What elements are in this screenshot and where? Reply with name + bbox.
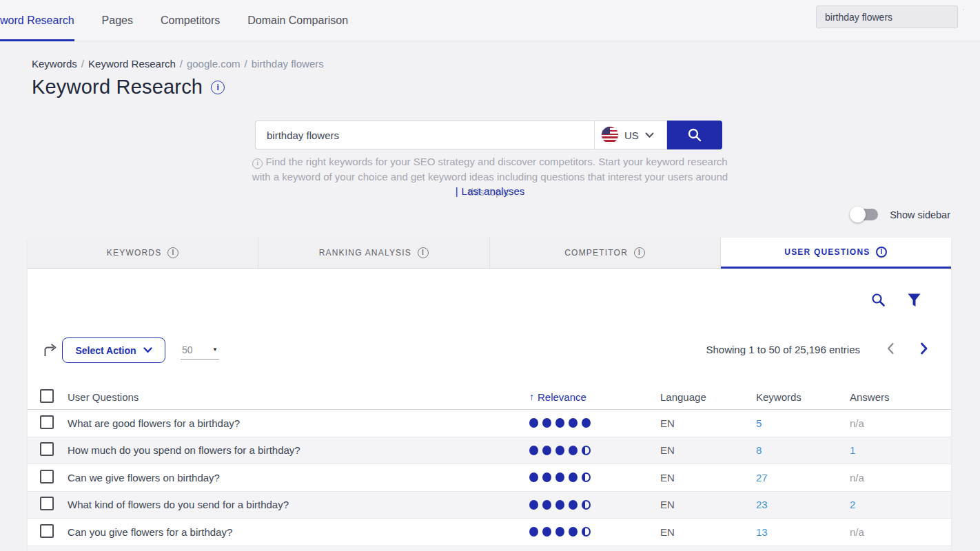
question-cell: What kind of flowers do you send for a b… [68,499,524,510]
select-all-checkbox[interactable] [40,389,54,403]
answers-na: n/a [850,526,864,538]
relevance-cell [524,472,655,482]
next-page-button[interactable] [920,342,928,355]
filter-icon[interactable] [908,293,921,307]
breadcrumb-item[interactable]: google.com [187,58,241,70]
nav-item-competitors[interactable]: Competitors [161,0,220,41]
answers-count-link[interactable]: 2 [850,499,855,510]
nav-search-input[interactable] [816,6,958,28]
show-sidebar-toggle[interactable] [852,209,878,220]
tab-info-icon[interactable]: i [634,247,645,258]
relevance-dot-full [555,446,564,455]
tab-ranking-analysis[interactable]: Ranking Analysisi [258,238,489,269]
answers-na: n/a [850,417,864,429]
tab-info-icon[interactable]: i [418,247,429,258]
row-checkbox-cell [28,442,68,458]
relevance-dot-full [569,527,578,537]
tab-info-icon[interactable]: i [876,247,887,258]
previous-page-button[interactable] [886,342,895,355]
question-cell: Can we give flowers on birthday? [68,472,524,484]
relevance-cell [524,418,655,428]
table-row: Can we give flowers on birthday?EN27n/a [28,464,951,492]
row-checkbox-cell [28,415,68,431]
page-title-info-icon[interactable]: i [211,81,225,94]
export-icon[interactable] [43,343,58,361]
us-flag-icon [602,127,618,143]
search-button[interactable] [667,121,722,149]
answers-cell: n/a [846,472,951,484]
row-checkbox[interactable] [40,524,54,538]
breadcrumb-item[interactable]: Keywords [32,58,77,70]
tab-competitor[interactable]: Competitori [490,238,721,269]
relevance-dots [529,527,655,537]
relevance-dot-full [542,472,551,482]
keywords-count-link[interactable]: 13 [756,526,768,538]
select-action-button[interactable]: Select Action [62,337,165,363]
relevance-dot-full [529,418,538,428]
tab-keywords[interactable]: Keywordsi [28,238,258,269]
keyword-search-input[interactable] [255,121,594,149]
relevance-dot-full [569,500,578,510]
keywords-count-link[interactable]: 27 [756,472,768,484]
nav-item-domain-comparison[interactable]: Domain Comparison [247,0,348,41]
tab-label: Keywords [107,248,162,258]
column-header-keywords[interactable]: Keywords [751,391,846,403]
search-icon [687,127,702,143]
nav-item-word-research[interactable]: word Research [0,0,74,41]
page-size-select[interactable]: 50 ▼ [181,340,219,360]
toggle-knob [850,207,866,222]
relevance-dot-half [582,472,591,482]
tab-bar: KeywordsiRanking AnalysisiCompetitoriUse… [28,238,951,269]
sort-ascending-icon: ↑ [529,391,534,402]
answers-cell: 2 [846,499,951,510]
keywords-cell: 13 [751,526,846,538]
relevance-dot-full [569,446,578,455]
column-header-user-questions[interactable]: User Questions [68,391,524,403]
table-row: What are good flowers for a birthday?EN5… [28,410,951,437]
relevance-dot-full [529,446,538,455]
language-cell: EN [655,417,751,429]
row-checkbox[interactable] [40,470,54,484]
last-analyses-link[interactable]: |Last analyses [249,185,731,197]
column-header-relevance[interactable]: ↑ Relevance [529,391,655,403]
nav-item-pages[interactable]: Pages [102,0,133,41]
table-search-icon[interactable] [871,293,886,307]
keywords-count-link[interactable]: 23 [756,499,768,510]
column-header-answers[interactable]: Answers [846,391,951,403]
nav-items: word ResearchPagesCompetitorsDomain Comp… [0,0,348,41]
tab-info-icon[interactable]: i [167,247,178,258]
keywords-count-link[interactable]: 8 [756,444,762,456]
language-cell: EN [655,499,751,510]
keywords-count-link[interactable]: 5 [756,417,762,429]
relevance-dot-full [569,418,578,428]
relevance-dot-full [555,472,564,482]
breadcrumb-item[interactable]: birthday flowers [252,58,324,70]
breadcrumb-separator: / [241,58,252,70]
row-checkbox[interactable] [40,497,54,510]
keywords-cell: 27 [751,472,846,484]
relevance-dot-full [542,500,551,510]
relevance-dot-full [529,527,538,537]
tab-user-questions[interactable]: User Questionsi [721,238,951,269]
country-select[interactable]: US [594,121,667,149]
relevance-dot-full [542,418,551,428]
relevance-cell [524,446,655,455]
relevance-dot-half [582,500,591,510]
keywords-cell: 8 [751,444,846,456]
breadcrumb-item[interactable]: Keyword Research [88,58,176,70]
column-header-language[interactable]: Language [655,391,751,403]
relevance-dot-full [555,527,564,537]
row-checkbox[interactable] [40,415,54,429]
answers-cell: n/a [846,526,951,538]
relevance-dots [529,418,655,428]
breadcrumb-separator: / [176,58,187,70]
row-checkbox-cell [28,470,68,486]
relevance-dot-full [542,446,551,455]
relevance-dot-full [555,418,564,428]
question-cell: Can you give flowers for a birthday? [68,526,524,538]
breadcrumb-separator: / [77,58,88,70]
row-checkbox[interactable] [40,442,54,456]
answers-count-link[interactable]: 1 [850,444,855,456]
language-cell: EN [655,526,751,538]
user-questions-table: User Questions ↑ Relevance Language Keyw… [28,384,951,551]
